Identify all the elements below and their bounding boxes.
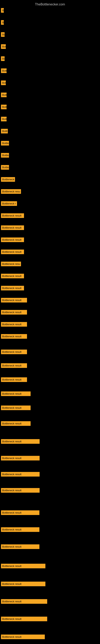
list-item: Bottleneck result [0,487,100,494]
list-item: Bottleneck result [0,634,100,640]
bottleneck-label: Bottleneck r [1,201,17,206]
list-item: Bottleneck result [0,544,100,550]
bottleneck-label: Bot [1,80,6,85]
list-item: Bottleneck result [0,563,100,569]
bottleneck-label: Bottleneck result [1,421,31,426]
bottleneck-label: Bott [1,68,7,73]
list-item: Bot [0,80,100,86]
bottleneck-label: Bottl [1,129,8,134]
list-item: Bottleneck result [0,348,100,355]
list-item: Bottleneck result [0,285,100,292]
bottleneck-label: Bottleneck [1,177,15,182]
bottleneck-label: Bottleneck result [1,406,31,410]
list-item: Bottleneck result [0,471,100,478]
list-item: Bottleneck result [0,616,100,622]
list-item: Bott [0,68,100,74]
list-item: Bottleneck result [0,236,100,243]
bottleneck-label: Bottleneck result [1,527,39,532]
bottleneck-label: Bott [1,105,7,109]
list-item: Bottleneck [0,176,100,183]
bottleneck-label: Bottleneck resu [1,189,21,194]
list-item: Bott [0,104,100,110]
bottleneck-label: Bottleneck result [1,213,24,218]
list-item: Bottleneck result [0,438,100,445]
bottleneck-label: B [1,20,4,25]
list-item: Bottleneck result [0,362,100,369]
list-item: Bottleneck result [0,526,100,533]
bottleneck-label: Bottleneck result [1,334,27,339]
bottleneck-label: Bottleneck result [1,488,40,493]
list-item: Bottleneck result [0,321,100,328]
bottleneck-label: Bottleneck result [1,582,46,586]
bottleneck-label: Bottleneck result [1,322,27,327]
list-item: Bottleneck result [0,212,100,219]
list-item: Bottleneck result [0,598,100,605]
bottleneck-label: Bottleneck result [1,439,40,444]
list-item: Bottleneck result [0,404,100,411]
list-item: Bottleneck result [0,224,100,231]
bottleneck-label: Bottleneck result [1,238,24,242]
bottleneck-label: Bottleneck result [1,298,27,302]
bottleneck-label: Bottle [1,141,9,146]
list-item: Bottleneck result [0,248,100,255]
list-item: Bottleneck result [0,509,100,516]
bottleneck-label: Bottleneck result [1,226,24,230]
bottleneck-label: Bottleneck result [1,377,27,382]
list-item: Bottleneck result [0,309,100,316]
bottleneck-label: Bo [1,56,4,61]
list-item: Bottleneck resu [0,260,100,267]
bottleneck-label: Bottleneck result [1,350,27,354]
list-item: Bottleneck result [0,333,100,340]
bottleneck-label: Bottleneck result [1,274,24,278]
list-item: B [0,19,100,26]
site-title: TheBottlenecker.com [0,1,100,8]
bottleneck-label: Bottle [1,165,9,170]
list-item: Bot [0,43,100,50]
list-item: Bo [0,31,100,38]
bottleneck-label: Bott [1,117,7,121]
bottleneck-label: Bottleneck result [1,363,27,368]
bottleneck-label: Bottleneck result [1,599,47,604]
bottleneck-label: Bottleneck result [1,472,40,476]
list-item: Bottleneck result [0,297,100,304]
list-item: Bottleneck result [0,420,100,427]
list-item: Bottleneck result [0,376,100,383]
list-item: Bottle [0,152,100,158]
list-item: Bo [0,55,100,62]
bottleneck-label: B [1,8,4,13]
bottleneck-label: Bottleneck result [1,392,31,396]
bottleneck-label: Bottle [1,153,9,158]
bottleneck-label: Bottleneck resu [1,262,21,266]
bottleneck-label: Bottleneck result [1,310,27,314]
list-item: Bottleneck result [0,580,100,587]
list-item: Bott [0,116,100,122]
list-item: Bottleneck resu [0,188,100,195]
bottleneck-label: Bottleneck result [1,564,46,568]
list-item: Bottleneck r [0,200,100,207]
bottleneck-label: Bottleneck result [1,617,47,621]
bottleneck-label: Bottleneck result [1,250,24,254]
bottleneck-label: Bo [1,32,4,37]
bottleneck-label: Bottleneck result [1,544,39,549]
bottleneck-label: Bottleneck result [1,456,40,460]
list-item: Bottle [0,164,100,171]
bottleneck-label: Bott [1,92,7,97]
bottleneck-label: Bottleneck result [1,286,24,290]
bottleneck-label: Bottleneck result [1,510,39,515]
list-item: Bottl [0,128,100,134]
bottleneck-label: Bot [1,44,6,49]
list-item: Bottleneck result [0,390,100,397]
list-item: Bottleneck result [0,273,100,279]
bottleneck-label: Bottleneck result [1,634,45,639]
list-item: Bottleneck result [0,455,100,462]
list-item: Bottle [0,140,100,146]
list-item: B [0,7,100,14]
list-item: Bott [0,92,100,98]
